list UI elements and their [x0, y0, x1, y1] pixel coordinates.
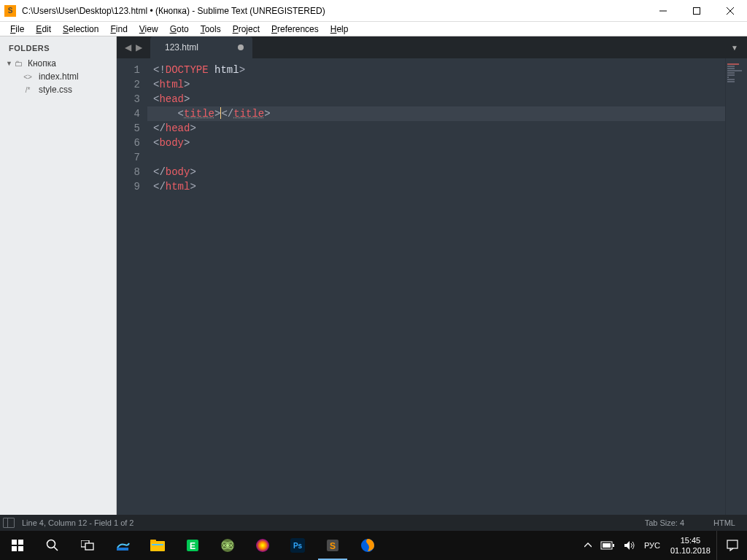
file-item[interactable]: /*style.css: [19, 83, 110, 96]
system-clock[interactable]: 15:45 01.10.2018: [665, 535, 716, 556]
code-line[interactable]: <head>: [147, 92, 725, 106]
tab-dropdown-icon[interactable]: ▼: [722, 44, 747, 52]
svg-rect-12: [117, 548, 128, 551]
task-view-icon[interactable]: [70, 531, 105, 560]
syntax-label[interactable]: HTML: [713, 518, 735, 527]
menu-help[interactable]: Help: [325, 23, 355, 36]
folder-root[interactable]: ▼ 🗀 Кнопка: [6, 57, 110, 70]
action-center-icon[interactable]: [716, 531, 747, 560]
folder-collapse-icon: ▼: [6, 60, 15, 67]
code-editor[interactable]: 123456789 <!DOCTYPE html><html><head> <t…: [117, 58, 747, 515]
svg-rect-13: [150, 541, 165, 551]
taskbar-app-1[interactable]: [105, 531, 140, 560]
code-line[interactable]: </html>: [147, 179, 725, 194]
windows-taskbar: E Ps S РУС 15:45 01.10.2018: [0, 531, 747, 560]
svg-rect-11: [85, 543, 93, 550]
file-explorer-icon[interactable]: [140, 531, 175, 560]
svg-text:S: S: [330, 541, 336, 551]
svg-point-22: [256, 539, 269, 552]
maximize-button[interactable]: [680, 0, 713, 22]
line-gutter: 123456789: [117, 58, 147, 515]
sidebar: FOLDERS ▼ 🗀 Кнопка <>index.html/*style.c…: [0, 36, 117, 515]
svg-rect-4: [12, 540, 17, 545]
file-type-icon: /*: [19, 86, 36, 94]
close-button[interactable]: [713, 0, 747, 22]
panel-switcher-icon[interactable]: [3, 518, 15, 528]
sublime-text-icon[interactable]: S: [315, 531, 350, 560]
cursor-position-label: Line 4, Column 12 - Field 1 of 2: [22, 518, 133, 527]
firefox-icon[interactable]: [350, 531, 385, 560]
svg-rect-5: [18, 540, 23, 545]
battery-icon[interactable]: [596, 531, 619, 560]
code-line[interactable]: <html>: [147, 77, 725, 92]
start-button[interactable]: [0, 531, 35, 560]
editor-area: ◀ ▶ 123.html ▼ 123456789 <!DOCTYPE html>…: [117, 36, 747, 515]
language-indicator[interactable]: РУС: [640, 531, 665, 560]
svg-line-9: [54, 547, 58, 551]
system-tray: РУС 15:45 01.10.2018: [580, 531, 747, 560]
menu-view[interactable]: View: [133, 23, 164, 36]
svg-rect-29: [613, 544, 614, 547]
file-item[interactable]: <>index.html: [19, 70, 110, 83]
svg-rect-14: [150, 540, 156, 542]
svg-text:Ps: Ps: [293, 542, 303, 550]
window-title: C:\Users\User\Desktop\123.html • (Кнопка…: [22, 6, 646, 16]
editor-tab[interactable]: 123.html: [150, 36, 252, 58]
menu-preferences[interactable]: Preferences: [266, 23, 325, 36]
status-bar: Line 4, Column 12 - Field 1 of 2 Tab Siz…: [0, 515, 747, 531]
svg-rect-6: [12, 546, 17, 551]
clock-time: 15:45: [681, 535, 701, 545]
clock-date: 01.10.2018: [670, 545, 711, 556]
code-line[interactable]: <!DOCTYPE html>: [147, 63, 725, 77]
code-content[interactable]: <!DOCTYPE html><html><head> <title></tit…: [147, 58, 725, 515]
tab-bar: ◀ ▶ 123.html ▼: [117, 36, 747, 58]
svg-text:E: E: [190, 541, 196, 551]
tab-nav-arrows: ◀ ▶: [117, 42, 150, 52]
file-label: index.html: [39, 71, 79, 82]
menu-project[interactable]: Project: [227, 23, 266, 36]
folder-tree: ▼ 🗀 Кнопка <>index.html/*style.css: [0, 57, 116, 96]
menu-edit[interactable]: Edit: [30, 23, 57, 36]
svg-rect-7: [18, 546, 23, 551]
file-type-icon: <>: [19, 73, 36, 81]
file-label: style.css: [39, 85, 72, 95]
tab-label: 123.html: [165, 42, 198, 52]
minimize-button[interactable]: [646, 0, 680, 22]
svg-rect-1: [694, 7, 700, 14]
svg-point-19: [226, 544, 229, 547]
taskbar-app-5[interactable]: [245, 531, 280, 560]
menu-goto[interactable]: Goto: [164, 23, 195, 36]
app-icon: S: [4, 5, 16, 17]
minimap[interactable]: [725, 58, 747, 515]
atom-icon[interactable]: [210, 531, 245, 560]
svg-rect-15: [152, 544, 163, 545]
tab-size-label[interactable]: Tab Size: 4: [645, 518, 684, 527]
svg-point-8: [47, 540, 55, 548]
menu-find[interactable]: Find: [104, 23, 133, 36]
svg-rect-30: [603, 543, 611, 548]
code-line[interactable]: <title></title>: [147, 106, 725, 121]
menu-file[interactable]: File: [4, 23, 30, 36]
menu-bar: FileEditSelectionFindViewGotoToolsProjec…: [0, 22, 747, 36]
dirty-indicator-icon: [238, 44, 244, 50]
folder-icon: 🗀: [15, 59, 25, 68]
folder-label: Кнопка: [28, 58, 56, 69]
code-line[interactable]: <body>: [147, 136, 725, 150]
tab-nav-prev-icon[interactable]: ◀: [123, 42, 133, 52]
code-line[interactable]: </head>: [147, 121, 725, 136]
tray-overflow-icon[interactable]: [580, 531, 596, 560]
menu-selection[interactable]: Selection: [57, 23, 104, 36]
svg-rect-31: [727, 540, 738, 548]
code-line[interactable]: [147, 150, 725, 165]
menu-tools[interactable]: Tools: [195, 23, 227, 36]
tab-nav-next-icon[interactable]: ▶: [133, 42, 144, 52]
window-titlebar: S C:\Users\User\Desktop\123.html • (Кноп…: [0, 0, 747, 22]
volume-icon[interactable]: [619, 531, 640, 560]
photoshop-icon[interactable]: Ps: [280, 531, 315, 560]
taskbar-app-3[interactable]: E: [175, 531, 210, 560]
code-line[interactable]: </body>: [147, 165, 725, 179]
search-icon[interactable]: [35, 531, 70, 560]
folders-header: FOLDERS: [0, 36, 116, 57]
